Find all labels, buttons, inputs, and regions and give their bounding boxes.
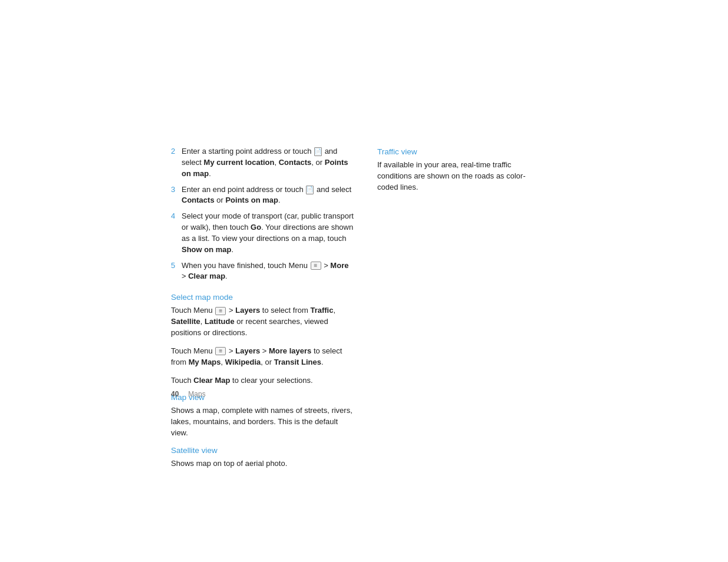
menu-icon [215, 347, 226, 355]
document-icon [314, 147, 322, 156]
item-number: 5 [171, 260, 182, 283]
left-column: 2 Enter a starting point address or touc… [171, 146, 354, 477]
section-heading: Traffic view [377, 147, 542, 156]
menu-icon [215, 307, 226, 315]
menu-icon [311, 262, 321, 270]
select-map-mode-section: Select map mode Touch Menu > Layers to s… [171, 293, 354, 386]
item-text: Enter an end point address or touch and … [182, 184, 354, 207]
page-number: 40 [171, 390, 179, 398]
content-area: 2 Enter a starting point address or touc… [171, 146, 584, 477]
section-body: If available in your area, real-time tra… [377, 160, 542, 193]
list-item: 4 Select your mode of transport (car, pu… [171, 211, 354, 255]
section-body: Touch Clear Map to clear your selections… [171, 375, 354, 386]
traffic-view-section: Traffic view If available in your area, … [377, 147, 542, 193]
item-text: Enter a starting point address or touch … [182, 146, 354, 180]
satellite-view-section: Satellite view Shows map on top of aeria… [171, 446, 354, 470]
list-item: 5 When you have finished, touch Menu > M… [171, 260, 354, 283]
map-view-section: Map view Shows a map, complete with name… [171, 393, 354, 439]
section-body: Touch Menu > Layers to select from Traff… [171, 305, 354, 339]
page: 2 Enter a starting point address or touc… [0, 0, 728, 562]
page-footer: 40 Maps [171, 390, 206, 398]
section-body: Shows map on top of aerial photo. [171, 458, 354, 470]
item-number: 4 [171, 211, 182, 255]
page-label: Maps [188, 390, 205, 398]
section-heading: Satellite view [171, 446, 354, 455]
numbered-list: 2 Enter a starting point address or touc… [171, 146, 354, 282]
document-icon [306, 186, 314, 194]
list-item: 2 Enter a starting point address or touc… [171, 146, 354, 180]
item-text: Select your mode of transport (car, publ… [182, 211, 354, 255]
item-text: When you have finished, touch Menu > Mor… [182, 260, 354, 283]
section-body: Shows a map, complete with names of stre… [171, 405, 354, 439]
right-column: Traffic view If available in your area, … [377, 146, 542, 477]
item-number: 2 [171, 146, 182, 180]
two-column-layout: 2 Enter a starting point address or touc… [171, 146, 584, 477]
section-body: Touch Menu > Layers > More layers to sel… [171, 346, 354, 368]
section-heading: Select map mode [171, 293, 354, 302]
item-number: 3 [171, 184, 182, 207]
list-item: 3 Enter an end point address or touch an… [171, 184, 354, 207]
